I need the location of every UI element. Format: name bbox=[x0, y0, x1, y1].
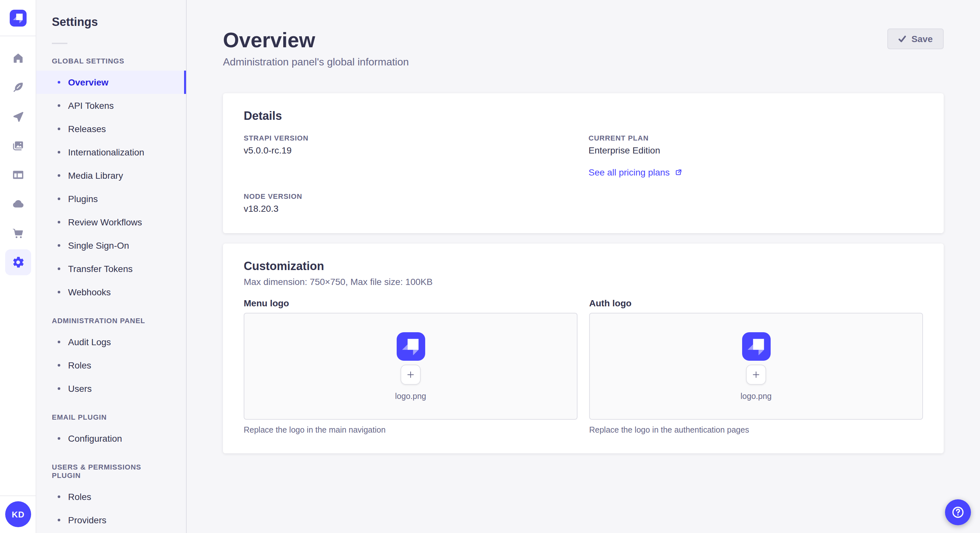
media-library-nav-button[interactable] bbox=[5, 133, 31, 159]
current-plan-field: CURRENT PLAN Enterprise Edition See all … bbox=[589, 133, 923, 179]
home-icon bbox=[11, 52, 24, 65]
menu-logo-preview bbox=[396, 332, 425, 360]
auth-logo-filename: logo.png bbox=[740, 392, 772, 401]
sidebar-item-email-configuration[interactable]: Configuration bbox=[36, 427, 186, 450]
save-button-label: Save bbox=[912, 34, 933, 44]
content-manager-nav-button[interactable] bbox=[5, 75, 31, 100]
node-version-field: NODE VERSION v18.20.3 bbox=[244, 192, 578, 215]
main-content: Overview Administration panel's global i… bbox=[187, 0, 980, 533]
strapi-version-field: STRAPI VERSION v5.0.0-rc.19 bbox=[244, 133, 578, 179]
sidebar-item-internationalization[interactable]: Internationalization bbox=[36, 141, 186, 164]
check-icon bbox=[899, 35, 907, 43]
sidebar-item-audit-logs[interactable]: Audit Logs bbox=[36, 330, 186, 354]
sidebar-item-up-roles[interactable]: Roles bbox=[36, 485, 186, 508]
menu-logo-dropzone[interactable]: logo.png bbox=[244, 313, 578, 420]
home-nav-button[interactable] bbox=[5, 45, 31, 71]
sidebar-item-transfer-tokens[interactable]: Transfer Tokens bbox=[36, 257, 186, 281]
strapi-logo[interactable] bbox=[10, 10, 26, 26]
customization-card-subtitle: Max dimension: 750×750, Max file size: 1… bbox=[244, 276, 923, 287]
media-library-icon bbox=[11, 139, 24, 152]
bullet-icon bbox=[58, 291, 60, 293]
details-grid: STRAPI VERSION v5.0.0-rc.19 CURRENT PLAN… bbox=[244, 133, 923, 215]
sidebar-item-api-tokens[interactable]: API Tokens bbox=[36, 94, 186, 117]
paper-plane-icon bbox=[11, 110, 24, 123]
content-type-builder-nav-button[interactable] bbox=[5, 162, 31, 188]
menu-logo-add-button[interactable] bbox=[401, 364, 421, 384]
auth-logo-add-button[interactable] bbox=[746, 364, 766, 384]
bullet-icon bbox=[58, 81, 60, 84]
section-global-settings: GLOBAL SETTINGS bbox=[52, 57, 170, 65]
bullet-icon bbox=[58, 364, 60, 366]
sidebar-item-webhooks[interactable]: Webhooks bbox=[36, 281, 186, 304]
bullet-icon bbox=[58, 104, 60, 107]
bullet-icon bbox=[58, 221, 60, 224]
external-link-icon bbox=[675, 169, 682, 176]
strapi-logo-icon bbox=[396, 332, 425, 360]
subnav-title: Settings bbox=[52, 14, 186, 30]
pricing-link-label: See all pricing plans bbox=[589, 166, 670, 179]
feather-icon bbox=[11, 81, 24, 94]
strapi-logo-icon bbox=[742, 332, 770, 360]
menu-logo-filename: logo.png bbox=[395, 392, 426, 401]
sidebar-item-plugins[interactable]: Plugins bbox=[36, 187, 186, 211]
save-button[interactable]: Save bbox=[888, 29, 944, 49]
current-plan-value: Enterprise Edition bbox=[589, 144, 923, 157]
auth-logo-dropzone[interactable]: logo.png bbox=[589, 313, 923, 420]
node-version-value: v18.20.3 bbox=[244, 202, 578, 215]
strapi-version-label: STRAPI VERSION bbox=[244, 133, 578, 143]
strapi-admin-app: KD Settings GLOBAL SETTINGS Overview API… bbox=[0, 0, 980, 533]
auth-logo-label: Auth logo bbox=[589, 298, 923, 309]
section-email-plugin: EMAIL PLUGIN bbox=[52, 413, 170, 422]
auth-logo-caption: Replace the logo in the authentication p… bbox=[589, 425, 923, 435]
cloud-icon bbox=[11, 198, 24, 211]
auth-logo-preview bbox=[742, 332, 770, 360]
subnav-divider bbox=[52, 43, 67, 44]
settings-subnav: Settings GLOBAL SETTINGS Overview API To… bbox=[36, 0, 187, 533]
bullet-icon bbox=[58, 519, 60, 521]
page-header: Overview Administration panel's global i… bbox=[223, 0, 944, 69]
section-users-permissions-plugin: USERS & PERMISSIONS PLUGIN bbox=[52, 463, 170, 480]
menu-logo-label: Menu logo bbox=[244, 298, 578, 309]
bullet-icon bbox=[58, 151, 60, 154]
sidebar-item-overview[interactable]: Overview bbox=[36, 71, 186, 94]
current-plan-label: CURRENT PLAN bbox=[589, 133, 923, 143]
user-avatar[interactable]: KD bbox=[5, 501, 31, 527]
sidebar-item-single-sign-on[interactable]: Single Sign-On bbox=[36, 234, 186, 257]
marketplace-nav-button[interactable] bbox=[5, 220, 31, 246]
page-title: Overview bbox=[223, 29, 944, 52]
logo-uploads: Menu logo bbox=[244, 287, 923, 435]
rail-icon-list bbox=[5, 36, 31, 279]
help-button[interactable] bbox=[945, 499, 971, 525]
main-nav-rail: KD bbox=[0, 0, 36, 533]
cart-icon bbox=[11, 227, 24, 240]
sidebar-item-releases[interactable]: Releases bbox=[36, 117, 186, 141]
strapi-version-value: v5.0.0-rc.19 bbox=[244, 144, 578, 157]
bullet-icon bbox=[58, 437, 60, 440]
auth-logo-upload: Auth logo bbox=[589, 287, 923, 435]
bullet-icon bbox=[58, 198, 60, 200]
menu-logo-upload: Menu logo bbox=[244, 287, 578, 435]
bullet-icon bbox=[58, 387, 60, 390]
see-all-pricing-plans-link[interactable]: See all pricing plans bbox=[589, 166, 682, 179]
workspace-logo-cell bbox=[0, 0, 36, 36]
sidebar-item-media-library[interactable]: Media Library bbox=[36, 164, 186, 187]
bullet-icon bbox=[58, 128, 60, 130]
bullet-icon bbox=[58, 244, 60, 247]
sidebar-item-review-workflows[interactable]: Review Workflows bbox=[36, 211, 186, 234]
gear-icon bbox=[11, 256, 24, 269]
bullet-icon bbox=[58, 495, 60, 498]
node-version-label: NODE VERSION bbox=[244, 192, 578, 201]
deploy-nav-button[interactable] bbox=[5, 191, 31, 217]
menu-logo-caption: Replace the logo in the main navigation bbox=[244, 425, 578, 435]
customization-card: Customization Max dimension: 750×750, Ma… bbox=[223, 244, 944, 453]
sidebar-item-admin-roles[interactable]: Roles bbox=[36, 354, 186, 377]
bullet-icon bbox=[58, 341, 60, 343]
sidebar-item-admin-users[interactable]: Users bbox=[36, 377, 186, 400]
page-subtitle: Administration panel's global informatio… bbox=[223, 56, 944, 69]
layout-icon bbox=[11, 168, 24, 181]
question-mark-icon bbox=[951, 505, 965, 519]
settings-nav-button[interactable] bbox=[5, 249, 31, 275]
plus-icon bbox=[751, 370, 761, 379]
sidebar-item-up-providers[interactable]: Providers bbox=[36, 508, 186, 532]
release-nav-button[interactable] bbox=[5, 104, 31, 130]
